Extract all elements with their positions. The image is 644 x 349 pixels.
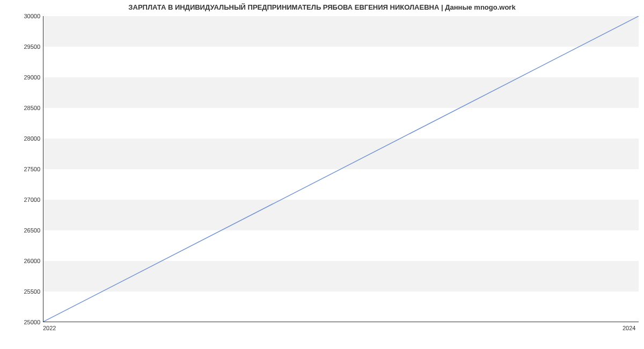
line-chart: ЗАРПЛАТА В ИНДИВИДУАЛЬНЫЙ ПРЕДПРИНИМАТЕЛ… bbox=[0, 0, 644, 349]
y-tick-label: 26500 bbox=[3, 227, 40, 234]
y-tick-label: 25000 bbox=[3, 319, 40, 325]
data-line bbox=[43, 16, 639, 322]
y-tick-label: 29500 bbox=[3, 43, 40, 50]
y-tick-label: 27500 bbox=[3, 166, 40, 172]
x-tick-label: 2022 bbox=[43, 325, 56, 331]
y-tick-label: 26000 bbox=[3, 258, 40, 264]
plot-area bbox=[43, 16, 639, 322]
y-tick-label: 25500 bbox=[3, 288, 40, 295]
y-tick-label: 27000 bbox=[3, 197, 40, 203]
y-tick-label: 29000 bbox=[3, 74, 40, 81]
chart-title: ЗАРПЛАТА В ИНДИВИДУАЛЬНЫЙ ПРЕДПРИНИМАТЕЛ… bbox=[0, 3, 644, 11]
x-tick-label: 2024 bbox=[623, 325, 635, 331]
y-tick-label: 30000 bbox=[3, 13, 40, 19]
y-tick-label: 28000 bbox=[3, 135, 40, 142]
y-tick-label: 28500 bbox=[3, 105, 40, 111]
